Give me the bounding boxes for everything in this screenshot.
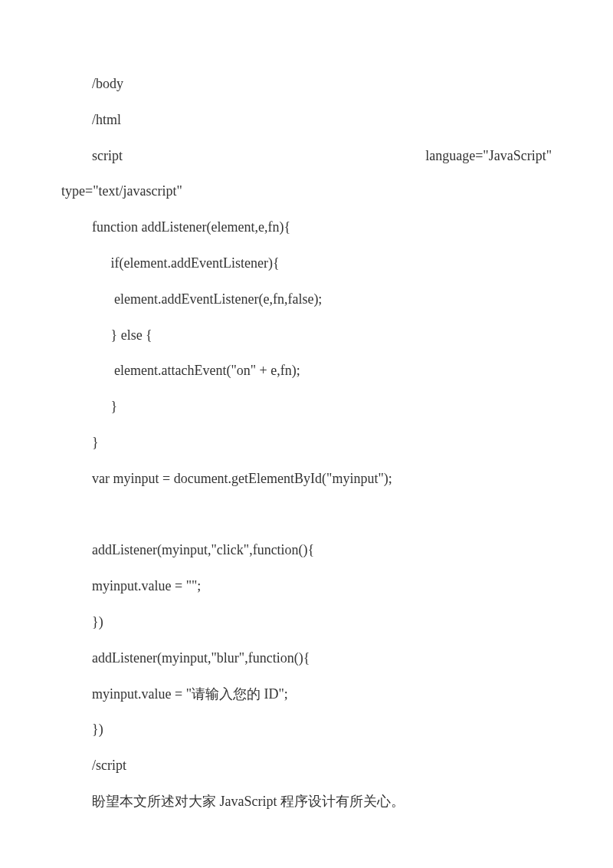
code-line: /html [61, 102, 552, 138]
code-line: /script [61, 748, 552, 784]
code-line: myinput.value = ""; [61, 568, 552, 604]
code-text-right: language="JavaScript" [425, 138, 552, 174]
code-line: } [61, 425, 552, 461]
code-line: function addListener(element,e,fn){ [61, 209, 552, 245]
code-line: element.attachEvent("on" + e,fn); [61, 353, 552, 389]
code-text-left: script [92, 138, 123, 174]
code-line: }) [61, 712, 552, 748]
code-line: var myinput = document.getElementById("m… [61, 461, 552, 497]
code-line: /body [61, 66, 552, 102]
code-line: addListener(myinput,"click",function(){ [61, 532, 552, 568]
document-page: /body /html script language="JavaScript"… [0, 0, 613, 868]
code-line: element.addEventListener(e,fn,false); [61, 281, 552, 317]
code-line-script-open: script language="JavaScript" [61, 138, 552, 174]
code-line: if(element.addEventListener){ [61, 245, 552, 281]
paragraph-text: 盼望本文所述对大家 JavaScript 程序设计有所关心。 [61, 784, 552, 820]
code-line: }) [61, 604, 552, 640]
code-line: myinput.value = "请输入您的 ID"; [61, 676, 552, 712]
code-line-blank [61, 497, 552, 533]
code-line: } [61, 389, 552, 425]
code-line: addListener(myinput,"blur",function(){ [61, 640, 552, 676]
code-line: type="text/javascript" [61, 173, 552, 209]
code-line: } else { [61, 317, 552, 353]
